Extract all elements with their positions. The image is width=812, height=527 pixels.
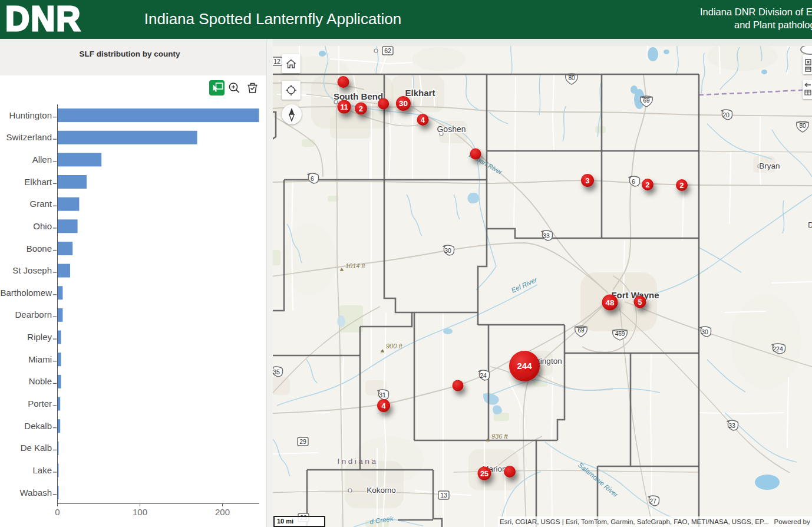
svg-text:South Bend: South Bend: [334, 91, 383, 101]
svg-text:62: 62: [384, 47, 391, 54]
svg-text:Lake: Lake: [32, 465, 52, 475]
svg-text:29: 29: [299, 438, 306, 445]
svg-text:30: 30: [444, 247, 451, 254]
svg-text:200: 200: [215, 507, 230, 517]
svg-text:936 ft: 936 ft: [491, 433, 508, 440]
svg-text:Ripley: Ripley: [27, 332, 52, 342]
svg-text:2: 2: [646, 181, 650, 189]
svg-text:Bartholomew: Bartholomew: [0, 288, 52, 298]
svg-text:30: 30: [701, 328, 708, 335]
svg-text:35: 35: [273, 368, 280, 376]
svg-text:33: 33: [543, 232, 550, 239]
svg-text:469: 469: [615, 331, 625, 337]
svg-text:48: 48: [605, 298, 615, 307]
svg-text:80: 80: [568, 75, 575, 81]
svg-text:69: 69: [577, 327, 585, 334]
svg-text:11: 11: [340, 103, 348, 111]
svg-text:St Joseph: St Joseph: [12, 265, 52, 275]
svg-text:Switzerland: Switzerland: [6, 132, 52, 142]
svg-text:69: 69: [643, 97, 650, 104]
svg-text:80: 80: [799, 123, 806, 129]
svg-text:6: 6: [311, 175, 314, 182]
svg-text:31: 31: [379, 391, 386, 398]
svg-text:2: 2: [680, 182, 684, 190]
svg-text:0: 0: [55, 507, 60, 517]
svg-text:Dekalb: Dekalb: [24, 421, 52, 431]
svg-text:900 ft: 900 ft: [386, 342, 402, 350]
svg-text:Indiana: Indiana: [338, 457, 378, 466]
svg-text:24: 24: [480, 372, 487, 379]
svg-text:Elkhart: Elkhart: [405, 88, 435, 98]
svg-text:Goshen: Goshen: [437, 124, 466, 134]
svg-text:25: 25: [480, 470, 488, 478]
svg-text:Boone: Boone: [27, 243, 52, 253]
svg-text:Wabash: Wabash: [20, 488, 52, 498]
svg-text:20: 20: [722, 111, 730, 118]
svg-text:Allen: Allen: [32, 154, 52, 164]
svg-text:4: 4: [382, 402, 386, 410]
svg-text:244: 244: [517, 361, 532, 371]
svg-text:5: 5: [638, 298, 642, 307]
svg-text:33: 33: [728, 422, 735, 429]
svg-text:Miami: Miami: [28, 354, 52, 364]
svg-text:12: 12: [273, 58, 280, 65]
svg-text:Huntington: Huntington: [9, 110, 52, 120]
svg-text:2: 2: [359, 105, 363, 113]
svg-text:Porter: Porter: [28, 398, 52, 409]
svg-text:224: 224: [773, 345, 783, 353]
svg-text:30: 30: [399, 99, 408, 108]
svg-text:100: 100: [133, 507, 147, 517]
svg-text:Grant: Grant: [29, 199, 52, 209]
svg-text:Dearborn: Dearborn: [15, 309, 52, 320]
svg-text:Elkhart: Elkhart: [24, 177, 52, 187]
svg-text:Bryan: Bryan: [759, 162, 780, 170]
svg-text:6: 6: [632, 178, 635, 185]
svg-text:D: D: [808, 220, 812, 229]
svg-text:Kokomo: Kokomo: [367, 486, 396, 495]
svg-text:4: 4: [421, 116, 425, 124]
svg-text:3: 3: [586, 177, 590, 185]
svg-text:Noble: Noble: [29, 376, 52, 386]
svg-text:Ohio: Ohio: [33, 221, 52, 231]
svg-text:De Kalb: De Kalb: [21, 443, 52, 453]
svg-text:27: 27: [649, 498, 656, 505]
svg-text:13: 13: [440, 492, 447, 499]
svg-text:1014 ft: 1014 ft: [345, 262, 366, 269]
